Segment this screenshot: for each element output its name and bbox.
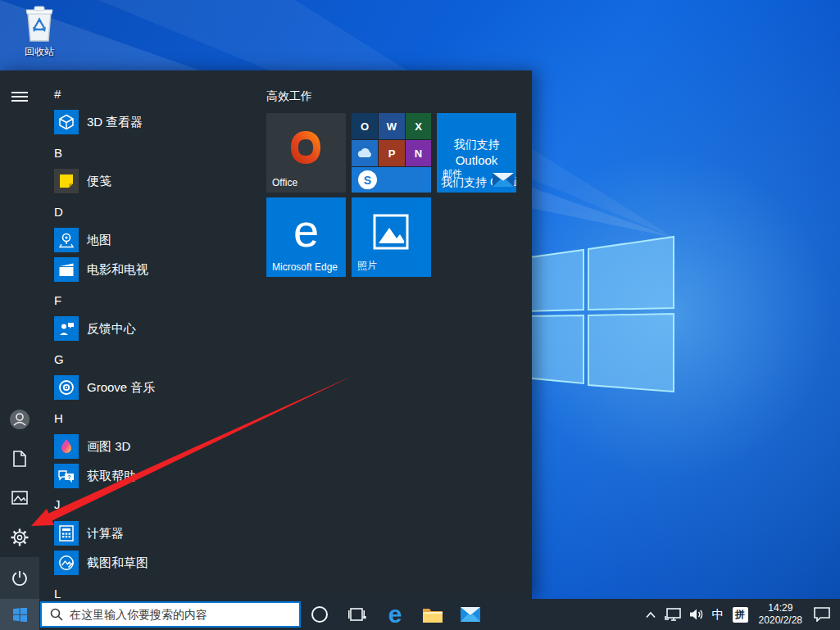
settings-gear-icon bbox=[11, 528, 29, 546]
cortana-icon bbox=[311, 605, 329, 623]
skype-icon: S bbox=[352, 167, 431, 193]
onenote-icon: N bbox=[406, 140, 431, 166]
app-label: 计算器 bbox=[87, 526, 124, 542]
tile-office[interactable]: Office bbox=[266, 113, 346, 193]
search-input[interactable] bbox=[70, 603, 299, 626]
mail-envelope-icon bbox=[492, 171, 515, 188]
svg-text:?: ? bbox=[67, 474, 70, 480]
app-item-snip-sketch[interactable]: 截图和草图 bbox=[54, 551, 148, 575]
app-label: 3D 查看器 bbox=[87, 115, 143, 130]
app-item-paint-3d[interactable]: 画图 3D bbox=[54, 434, 130, 459]
user-avatar-icon bbox=[9, 409, 30, 430]
ime-pinyin-badge: 拼 bbox=[733, 607, 748, 623]
tiles-panel: 高效工作 Office O W X P N S bbox=[266, 70, 532, 599]
tile-office-group-folder[interactable]: O W X P N S bbox=[352, 113, 431, 193]
letter-header-hash[interactable]: # bbox=[54, 87, 87, 102]
mail-promo-text: 我们支持 Outlook bbox=[437, 136, 516, 169]
action-center-icon bbox=[814, 607, 830, 622]
app-label: 地图 bbox=[87, 233, 111, 248]
letter-header-d[interactable]: D bbox=[54, 205, 87, 220]
start-menu-rail bbox=[0, 70, 39, 599]
app-item-maps[interactable]: 地图 bbox=[54, 228, 111, 252]
tile-microsoft-edge[interactable]: e Microsoft Edge bbox=[266, 197, 346, 277]
network-icon bbox=[665, 608, 681, 621]
app-item-sticky-notes[interactable]: 便笺 bbox=[54, 169, 111, 193]
tile-photos[interactable]: 照片 bbox=[352, 197, 431, 277]
start-button[interactable] bbox=[0, 599, 39, 630]
file-explorer-button[interactable] bbox=[414, 599, 452, 630]
app-item-movies-tv[interactable]: 电影和电视 bbox=[54, 257, 148, 282]
app-label: 截图和草图 bbox=[87, 555, 148, 571]
excel-icon: X bbox=[406, 113, 431, 139]
show-hidden-icons-button[interactable] bbox=[641, 599, 661, 630]
task-view-icon bbox=[348, 606, 366, 623]
expand-menu-button[interactable] bbox=[0, 77, 39, 116]
app-item-get-help[interactable]: ? 获取帮助 bbox=[54, 464, 136, 488]
outlook-icon: O bbox=[352, 113, 378, 139]
task-view-button[interactable] bbox=[338, 599, 376, 630]
power-button[interactable] bbox=[0, 557, 39, 599]
office-icon bbox=[288, 129, 324, 165]
ime-language-indicator[interactable]: 中 bbox=[708, 599, 729, 630]
documents-button[interactable] bbox=[0, 439, 39, 478]
action-center-button[interactable] bbox=[809, 599, 840, 630]
word-icon: W bbox=[379, 113, 405, 139]
file-explorer-icon bbox=[422, 606, 443, 623]
volume-tray-button[interactable] bbox=[685, 599, 708, 630]
onedrive-icon bbox=[352, 140, 378, 166]
3d-viewer-icon bbox=[54, 110, 79, 134]
powerpoint-icon: P bbox=[379, 140, 405, 166]
app-item-groove-music[interactable]: Groove 音乐 bbox=[54, 375, 155, 400]
letter-header-f[interactable]: F bbox=[54, 293, 87, 308]
network-tray-button[interactable] bbox=[661, 599, 685, 630]
tile-label: 照片 bbox=[357, 259, 377, 273]
app-label: Groove 音乐 bbox=[87, 380, 155, 396]
calculator-icon bbox=[54, 521, 79, 546]
sticky-notes-icon bbox=[54, 169, 79, 193]
app-label: 电影和电视 bbox=[87, 262, 148, 278]
windows-logo-icon bbox=[13, 608, 27, 622]
mail-taskbar-button[interactable] bbox=[452, 599, 489, 630]
tile-label: Microsoft Edge bbox=[272, 261, 338, 273]
app-item-calculator[interactable]: 计算器 bbox=[54, 521, 124, 546]
cortana-button[interactable] bbox=[301, 599, 338, 630]
get-help-icon: ? bbox=[54, 464, 79, 488]
photos-icon bbox=[373, 214, 409, 250]
tile-group-title[interactable]: 高效工作 bbox=[266, 89, 312, 104]
edge-icon: e bbox=[388, 602, 402, 627]
recycle-bin-icon bbox=[21, 5, 57, 44]
feedback-hub-icon bbox=[54, 316, 79, 341]
pictures-button[interactable] bbox=[0, 478, 39, 518]
app-label: 反馈中心 bbox=[87, 321, 136, 337]
edge-taskbar-button[interactable]: e bbox=[376, 599, 414, 630]
recycle-bin-label: 回收站 bbox=[10, 45, 69, 59]
document-icon bbox=[12, 451, 27, 467]
user-account-button[interactable] bbox=[0, 400, 39, 439]
letter-header-g[interactable]: G bbox=[54, 352, 87, 367]
taskbar-clock[interactable]: 14:29 2020/2/28 bbox=[752, 602, 809, 627]
settings-button[interactable] bbox=[0, 518, 39, 557]
clock-date: 2020/2/28 bbox=[759, 614, 802, 627]
recycle-bin-shortcut[interactable]: 回收站 bbox=[10, 5, 69, 59]
app-list: # 3D 查看器 B 便笺 D 地图 电影和电视 bbox=[39, 70, 266, 599]
app-item-feedback-hub[interactable]: 反馈中心 bbox=[54, 316, 136, 341]
chevron-up-icon bbox=[645, 611, 656, 619]
taskbar-search-box[interactable] bbox=[40, 601, 301, 628]
system-tray: 中 拼 14:29 2020/2/28 bbox=[641, 599, 840, 630]
volume-icon bbox=[689, 608, 704, 621]
ime-mode-indicator[interactable]: 拼 bbox=[729, 599, 752, 630]
search-icon bbox=[50, 608, 63, 621]
taskbar: e bbox=[0, 599, 840, 630]
maps-icon bbox=[54, 228, 79, 252]
letter-header-l[interactable]: L bbox=[54, 587, 87, 599]
tile-label: Office bbox=[272, 177, 297, 188]
letter-header-h[interactable]: H bbox=[54, 411, 87, 426]
groove-music-icon bbox=[54, 375, 79, 400]
app-item-3d-viewer[interactable]: 3D 查看器 bbox=[54, 110, 143, 134]
hamburger-icon bbox=[11, 89, 28, 104]
tile-mail[interactable]: 我们支持 Outlook 邮件 我们支持 Gmail bbox=[437, 113, 516, 193]
office-group-grid: O W X P N S bbox=[352, 113, 431, 193]
letter-header-b[interactable]: B bbox=[54, 146, 87, 161]
start-menu: # 3D 查看器 B 便笺 D 地图 电影和电视 bbox=[0, 70, 532, 599]
letter-header-j[interactable]: J bbox=[54, 497, 87, 512]
